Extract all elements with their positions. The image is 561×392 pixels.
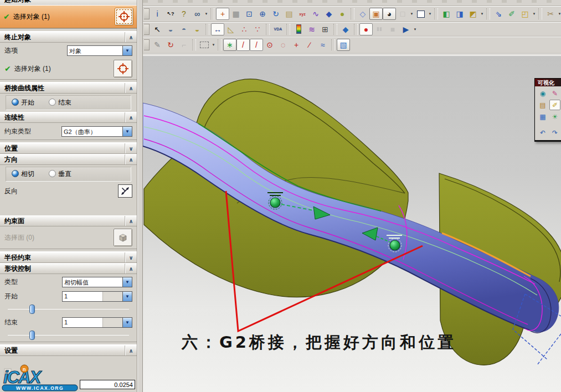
export-movie-icon[interactable]: ▶ [399,23,413,35]
orient-view-icon[interactable]: xyz [296,8,309,20]
radio-start[interactable]: 开始 [12,98,34,107]
vda-check-icon[interactable]: VDA [271,23,285,35]
palette-title[interactable]: 可视化 [535,79,561,86]
collapse-chevron[interactable]: ∨ [125,252,137,262]
shape-end-slider[interactable] [8,330,129,341]
radio-tangent[interactable]: 相切 [12,169,34,179]
rotate-view-icon[interactable]: ↻ [269,8,282,20]
section-header-direction[interactable]: 方向 ∧ [0,154,137,165]
examine-geometry-icon[interactable]: ◒ [164,23,177,35]
section-header-continuity[interactable]: 连续性 ∧ [0,112,137,123]
shaded-edges-display-icon[interactable]: ◕ [383,8,396,20]
select-face-button[interactable] [114,229,132,246]
pan-view-icon[interactable]: ▤ [282,8,296,20]
section-header-position[interactable]: 位置 ∨ [0,143,137,154]
snap-point-on-face-icon[interactable]: ≈ [316,39,330,51]
radio-dot[interactable] [12,99,19,106]
context-help-icon[interactable]: ↖? [164,8,177,20]
shaded-view-icon[interactable]: ▦ [229,8,243,20]
dropdown-caret[interactable]: ▼ [211,43,216,47]
record-movie-icon[interactable]: ● [359,23,373,35]
collapse-chevron[interactable]: ∧ [125,32,137,42]
dropdown-caret[interactable]: ▼ [480,12,485,16]
radio-dot[interactable] [12,170,19,177]
snapshot-icon[interactable]: ∿ [309,8,322,20]
shaded-display-icon[interactable]: ▣ [369,8,383,20]
style-pen-icon[interactable]: ✎ [151,39,164,51]
option-dropdown[interactable]: 对象 ▼ [67,45,132,56]
rotate-point-icon[interactable]: ↻ [164,39,177,51]
export-geometry-icon[interactable]: ◰ [518,8,532,20]
select-object-target-button[interactable] [115,8,133,25]
section-header-constraint-face[interactable]: 约束面 ∧ [0,215,137,226]
datum-plane-icon[interactable]: ◧ [440,8,453,20]
deviation-gauge-icon[interactable]: ∴ [238,23,251,35]
snap-intersection-icon[interactable]: + [290,39,303,51]
material-texture-icon[interactable]: ☀ [549,111,560,122]
fit-view-icon[interactable]: + [216,8,229,20]
marquee-select-icon[interactable] [198,39,211,51]
draft-analysis-icon[interactable]: ◆ [339,23,352,35]
sphere-display-icon[interactable]: ● [336,8,349,20]
snap-center-icon[interactable]: ⊙ [263,39,276,51]
radio-end[interactable]: 结束 [49,98,71,107]
dropdown-caret[interactable]: ▼ [204,12,209,16]
shape-start-slider[interactable] [8,304,129,315]
measure-distance-icon[interactable]: ↔ [211,23,224,35]
collapse-chevron[interactable]: ∧ [125,216,137,226]
section-header-end-object[interactable]: 终止对象 ∧ [0,32,137,43]
dropdown-caret[interactable]: ▼ [413,28,418,31]
hd3d-tool-icon[interactable]: ✐ [549,100,560,110]
snap-point-toggle[interactable]: ∗ [223,39,236,51]
chevron-down-icon[interactable]: ▼ [122,127,132,136]
check-mate-icon[interactable]: ◓ [177,23,191,35]
visual-effect-icon[interactable]: ✎ [549,88,560,99]
shape-start-input[interactable]: 1 ▼ [62,291,132,302]
datum-plane-toggle-icon[interactable]: ▧ [337,39,350,51]
dropdown-caret[interactable]: ▼ [532,12,537,16]
chevron-down-icon[interactable]: ▼ [122,46,132,55]
radio-perpendicular[interactable]: 垂直 [49,169,71,179]
radio-dot[interactable] [49,170,56,177]
snap-midpoint-icon[interactable]: / [250,39,263,51]
measure-angle-icon[interactable]: ◺ [224,23,238,35]
slider-thumb[interactable] [29,305,35,314]
snap-point-on-curve-icon[interactable]: ∕ [303,39,316,51]
binoculars-icon[interactable]: ∞ [191,8,204,20]
snap-quadrant-icon[interactable]: ◌ [276,39,290,51]
start-object-selected-row[interactable]: ✔ 选择对象 (1) [0,5,137,28]
dropdown-caret[interactable]: ▼ [428,12,433,16]
constraint-type-dropdown[interactable]: G2（曲率） ▼ [61,126,132,137]
radio-dot[interactable] [49,99,56,106]
spinner-down-icon[interactable]: ▼ [122,292,132,301]
tolerance-input[interactable] [80,380,135,389]
check-gold-icon[interactable]: ◒ [191,23,204,35]
datum-axis-icon[interactable]: ◨ [453,8,466,20]
section-header-start-object[interactable]: 起始对象 [0,0,137,5]
datum-csys-icon[interactable]: ◩ [466,8,480,20]
clip-section-icon[interactable]: ✂ [544,8,557,20]
info-help-icon[interactable]: i [151,8,164,20]
shape-end-input[interactable]: 1 ▼ [62,317,132,328]
end-select-object-row[interactable]: ✔ 选择对象 (1) [0,58,137,79]
collapse-chevron[interactable]: ∧ [125,345,137,355]
format-brush-icon[interactable]: ✐ [505,8,518,20]
section-header-radius-constraint[interactable]: 半径约束 ∨ [0,252,137,263]
color-swatch[interactable] [414,8,428,20]
dialog-resize-edge[interactable] [137,0,143,392]
wireframe-display-icon[interactable]: ◇ [356,8,369,20]
image-capture-icon[interactable]: ▦ [537,111,548,122]
curve-analysis-icon[interactable]: ≋ [305,23,318,35]
reverse-direction-button[interactable] [118,184,132,198]
grid-analysis-icon[interactable]: ⊞ [318,23,332,35]
undo-view-icon[interactable]: ↶ [537,127,548,138]
redo-view-icon[interactable]: ↷ [549,127,560,138]
zoom-area-icon[interactable]: ⊡ [243,8,256,20]
snap-endpoint-icon[interactable]: / [236,39,250,51]
shape-type-dropdown[interactable]: 相切幅值 ▼ [62,277,132,287]
edit-object-display-icon[interactable]: ▤ [537,100,548,110]
zoom-icon[interactable]: ⊕ [256,8,269,20]
collapse-chevron[interactable]: ∧ [125,264,137,274]
select-cursor-icon[interactable]: ↖ [151,23,164,35]
spinner-down-icon[interactable]: ▼ [122,318,132,327]
